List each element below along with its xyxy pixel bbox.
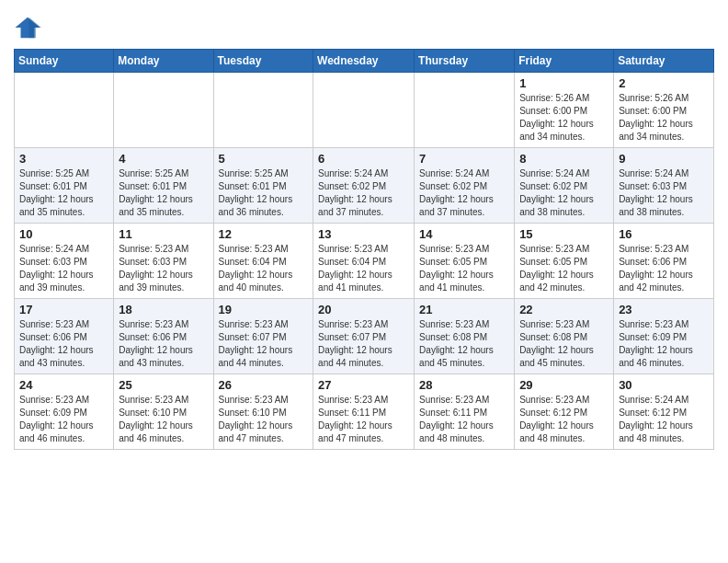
day-number: 7 [419,152,509,166]
logo-icon [14,14,41,41]
calendar-cell: 29Sunrise: 5:23 AM Sunset: 6:12 PM Dayli… [515,374,614,450]
calendar-cell: 19Sunrise: 5:23 AM Sunset: 6:07 PM Dayli… [213,299,313,374]
day-number: 26 [219,378,309,392]
calendar-cell [15,73,114,148]
header [14,9,714,41]
day-info: Sunrise: 5:23 AM Sunset: 6:05 PM Dayligh… [419,243,509,294]
day-number: 18 [119,303,208,316]
calendar-cell: 22Sunrise: 5:23 AM Sunset: 6:08 PM Dayli… [515,299,614,374]
day-info: Sunrise: 5:23 AM Sunset: 6:06 PM Dayligh… [619,243,709,294]
day-info: Sunrise: 5:24 AM Sunset: 6:02 PM Dayligh… [318,167,409,219]
day-info: Sunrise: 5:23 AM Sunset: 6:06 PM Dayligh… [119,318,208,370]
calendar-cell: 21Sunrise: 5:23 AM Sunset: 6:08 PM Dayli… [415,299,515,374]
calendar-cell: 24Sunrise: 5:23 AM Sunset: 6:09 PM Dayli… [15,374,114,450]
day-number: 12 [219,227,309,241]
day-info: Sunrise: 5:26 AM Sunset: 6:00 PM Dayligh… [619,92,709,144]
day-number: 2 [619,76,709,90]
day-info: Sunrise: 5:23 AM Sunset: 6:03 PM Dayligh… [119,243,208,294]
day-info: Sunrise: 5:26 AM Sunset: 6:00 PM Dayligh… [519,92,609,144]
day-number: 6 [318,152,409,166]
logo [14,14,43,41]
week-row-2: 3Sunrise: 5:25 AM Sunset: 6:01 PM Daylig… [15,148,714,224]
day-number: 13 [318,227,409,241]
day-number: 21 [419,303,509,316]
day-number: 10 [19,227,108,241]
calendar-cell: 20Sunrise: 5:23 AM Sunset: 6:07 PM Dayli… [313,299,415,374]
calendar-cell [415,73,515,148]
day-number: 3 [19,152,108,166]
calendar-cell: 23Sunrise: 5:23 AM Sunset: 6:09 PM Dayli… [614,299,714,374]
day-number: 11 [119,227,208,241]
day-info: Sunrise: 5:23 AM Sunset: 6:09 PM Dayligh… [19,394,108,445]
calendar-cell: 27Sunrise: 5:23 AM Sunset: 6:11 PM Dayli… [313,374,415,450]
calendar-cell [313,73,415,148]
weekday-header-wednesday: Wednesday [313,50,415,73]
day-number: 1 [519,76,609,90]
day-info: Sunrise: 5:23 AM Sunset: 6:07 PM Dayligh… [318,318,409,370]
calendar-cell: 1Sunrise: 5:26 AM Sunset: 6:00 PM Daylig… [515,73,614,148]
calendar-cell: 25Sunrise: 5:23 AM Sunset: 6:10 PM Dayli… [114,374,213,450]
weekday-header-thursday: Thursday [415,50,515,73]
calendar-cell: 6Sunrise: 5:24 AM Sunset: 6:02 PM Daylig… [313,148,415,224]
day-info: Sunrise: 5:23 AM Sunset: 6:09 PM Dayligh… [619,318,709,370]
day-info: Sunrise: 5:23 AM Sunset: 6:04 PM Dayligh… [219,243,309,294]
day-number: 20 [318,303,409,316]
calendar-cell [114,73,213,148]
day-info: Sunrise: 5:23 AM Sunset: 6:06 PM Dayligh… [19,318,108,370]
calendar-table: SundayMondayTuesdayWednesdayThursdayFrid… [14,49,714,450]
day-number: 9 [619,152,709,166]
day-number: 30 [619,378,709,392]
weekday-header-friday: Friday [515,50,614,73]
calendar-cell: 18Sunrise: 5:23 AM Sunset: 6:06 PM Dayli… [114,299,213,374]
calendar-cell: 9Sunrise: 5:24 AM Sunset: 6:03 PM Daylig… [614,148,714,224]
calendar-cell: 30Sunrise: 5:24 AM Sunset: 6:12 PM Dayli… [614,374,714,450]
calendar-cell: 12Sunrise: 5:23 AM Sunset: 6:04 PM Dayli… [213,224,313,299]
day-info: Sunrise: 5:24 AM Sunset: 6:03 PM Dayligh… [619,167,709,219]
day-number: 14 [419,227,509,241]
calendar-cell [213,73,313,148]
day-number: 22 [519,303,609,316]
week-row-1: 1Sunrise: 5:26 AM Sunset: 6:00 PM Daylig… [15,73,714,148]
day-number: 29 [519,378,609,392]
day-info: Sunrise: 5:23 AM Sunset: 6:11 PM Dayligh… [318,394,409,445]
svg-marker-1 [29,17,42,39]
day-number: 8 [519,152,609,166]
day-number: 19 [219,303,309,316]
week-row-4: 17Sunrise: 5:23 AM Sunset: 6:06 PM Dayli… [15,299,714,374]
day-info: Sunrise: 5:23 AM Sunset: 6:07 PM Dayligh… [219,318,309,370]
day-info: Sunrise: 5:24 AM Sunset: 6:03 PM Dayligh… [19,243,108,294]
day-number: 28 [419,378,509,392]
calendar-cell: 8Sunrise: 5:24 AM Sunset: 6:02 PM Daylig… [515,148,614,224]
day-number: 15 [519,227,609,241]
day-number: 17 [19,303,108,316]
weekday-header-monday: Monday [114,50,213,73]
day-info: Sunrise: 5:24 AM Sunset: 6:02 PM Dayligh… [519,167,609,219]
day-info: Sunrise: 5:23 AM Sunset: 6:08 PM Dayligh… [419,318,509,370]
day-number: 16 [619,227,709,241]
day-info: Sunrise: 5:23 AM Sunset: 6:10 PM Dayligh… [119,394,208,445]
calendar-cell: 4Sunrise: 5:25 AM Sunset: 6:01 PM Daylig… [114,148,213,224]
week-row-5: 24Sunrise: 5:23 AM Sunset: 6:09 PM Dayli… [15,374,714,450]
calendar-cell: 13Sunrise: 5:23 AM Sunset: 6:04 PM Dayli… [313,224,415,299]
day-info: Sunrise: 5:25 AM Sunset: 6:01 PM Dayligh… [19,167,108,219]
calendar-cell: 2Sunrise: 5:26 AM Sunset: 6:00 PM Daylig… [614,73,714,148]
calendar-cell: 17Sunrise: 5:23 AM Sunset: 6:06 PM Dayli… [15,299,114,374]
day-number: 25 [119,378,208,392]
calendar-cell: 7Sunrise: 5:24 AM Sunset: 6:02 PM Daylig… [415,148,515,224]
day-info: Sunrise: 5:23 AM Sunset: 6:04 PM Dayligh… [318,243,409,294]
day-info: Sunrise: 5:24 AM Sunset: 6:02 PM Dayligh… [419,167,509,219]
day-number: 5 [219,152,309,166]
page: SundayMondayTuesdayWednesdayThursdayFrid… [0,0,728,464]
day-number: 23 [619,303,709,316]
weekday-header-sunday: Sunday [15,50,114,73]
calendar-cell: 16Sunrise: 5:23 AM Sunset: 6:06 PM Dayli… [614,224,714,299]
weekday-header-tuesday: Tuesday [213,50,313,73]
calendar-cell: 11Sunrise: 5:23 AM Sunset: 6:03 PM Dayli… [114,224,213,299]
day-info: Sunrise: 5:25 AM Sunset: 6:01 PM Dayligh… [219,167,309,219]
calendar-cell: 10Sunrise: 5:24 AM Sunset: 6:03 PM Dayli… [15,224,114,299]
calendar-cell: 28Sunrise: 5:23 AM Sunset: 6:11 PM Dayli… [415,374,515,450]
calendar-cell: 15Sunrise: 5:23 AM Sunset: 6:05 PM Dayli… [515,224,614,299]
day-info: Sunrise: 5:23 AM Sunset: 6:08 PM Dayligh… [519,318,609,370]
day-number: 24 [19,378,108,392]
day-number: 27 [318,378,409,392]
